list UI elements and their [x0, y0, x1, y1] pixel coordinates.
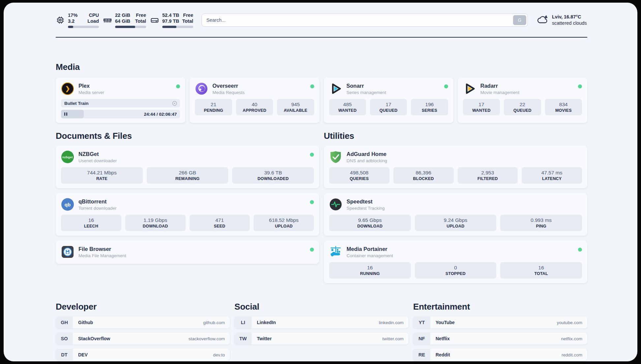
bookmark-url: stackoverflow.com [189, 336, 225, 341]
stat-tile: 196SERIES [411, 99, 448, 115]
social-column: Social LI LinkedIn linkedin.com TW Twitt… [234, 302, 409, 345]
weather-widget: Lviv, 16.87°C scattered clouds [537, 14, 587, 26]
bookmark-abbr: RE [413, 349, 430, 361]
cpu-progress-bar [68, 26, 99, 28]
bookmark-twitter[interactable]: TW Twitter twitter.com [234, 333, 409, 345]
app-subtitle: Usenet downloader [78, 158, 306, 164]
nzbget-icon: nzbget [61, 150, 74, 164]
stat-tile: 16TOTAL [500, 262, 582, 279]
app-card-sonarr[interactable]: Sonarr Series management 485WANTED 17QUE… [324, 77, 453, 123]
app-title: Plex [78, 82, 172, 89]
stat-tile: 9.24 GbpsUPLOAD [415, 215, 497, 231]
stat-tile: 39.6 TBDOWNLOADED [232, 167, 314, 184]
adguard-icon [329, 150, 342, 164]
top-bar: 17% 3.2 CPU Load [56, 11, 587, 30]
bookmark-stackoverflow[interactable]: SO StackOverflow stackoverflow.com [56, 333, 230, 345]
disk-widget: 52.4 TB 97.9 TB Free Total [150, 12, 193, 28]
status-dot [176, 84, 180, 88]
disk-free-label: Free [182, 12, 193, 18]
stat-tile: 16LEECH [61, 215, 121, 231]
bookmark-name: YouTube [436, 320, 455, 325]
stat-tile: 0STOPPED [415, 262, 497, 279]
memory-free-label: Free [135, 12, 146, 18]
bookmark-url: reddit.com [562, 352, 582, 357]
status-dot [310, 153, 314, 157]
stat-tile: 834MOVIES [545, 99, 582, 115]
bookmark-name: StackOverflow [78, 336, 110, 341]
header-divider [56, 37, 587, 38]
now-playing-bar: Bullet Train [61, 99, 180, 107]
app-subtitle: Container management [347, 253, 574, 258]
playback-progress-bar[interactable]: 24:44 / 02:06:47 [61, 110, 180, 118]
hard-drive-icon [150, 15, 159, 25]
bookmark-abbr: DT [56, 349, 73, 361]
bookmark-url: github.com [203, 320, 225, 325]
search-engine-button[interactable]: G [513, 15, 526, 25]
bookmark-linkedin[interactable]: LI LinkedIn linkedin.com [234, 317, 409, 328]
bookmark-url: dev.to [213, 352, 225, 357]
qbittorrent-icon: qb [61, 198, 74, 211]
app-title: Radarr [480, 82, 574, 89]
stat-tile: 47.57 msLATENCY [522, 167, 582, 184]
bookmark-name: DEV [78, 352, 88, 357]
app-subtitle: Media server [78, 90, 172, 95]
bookmark-github[interactable]: GH Github github.com [56, 317, 230, 328]
stat-tile: 485WANTED [329, 99, 366, 115]
app-subtitle: Series management [347, 90, 440, 95]
bookmark-url: youtube.com [557, 320, 582, 325]
app-subtitle: DNS and adblocking [347, 158, 582, 164]
plex-icon: ❯ [61, 82, 74, 95]
bookmark-name: Reddit [436, 352, 450, 357]
stat-tile: 17QUEUED [370, 99, 407, 115]
bookmark-abbr: SO [56, 333, 73, 345]
disk-progress-fill [162, 26, 176, 28]
cpu-load-value: 3.2 [68, 18, 77, 24]
stat-tile: 9.65 GbpsDOWNLOAD [329, 215, 411, 231]
bookmark-youtube[interactable]: YT YouTube youtube.com [413, 317, 587, 328]
search-input[interactable] [201, 14, 528, 27]
bookmark-reddit[interactable]: RE Reddit reddit.com [413, 349, 587, 361]
bookmark-netflix[interactable]: NF Netflix netflix.com [413, 333, 587, 345]
section-title-utilities: Utilities [324, 131, 587, 141]
memory-total-label: Total [135, 18, 146, 24]
sonarr-icon [329, 82, 342, 95]
app-title: Sonarr [347, 82, 440, 89]
app-title: Speedtest [347, 198, 582, 205]
app-card-filebrowser[interactable]: File Browser Media File Management [56, 241, 319, 264]
playback-time: 24:44 / 02:06:47 [144, 112, 177, 117]
app-card-nzbget[interactable]: nzbget NZBGet Usenet downloader 744.21 M… [56, 146, 319, 188]
stat-tile: 2,953FILTERED [458, 167, 518, 184]
stat-tile: 266 GBREMAINING [147, 167, 229, 184]
pause-icon[interactable] [64, 112, 67, 116]
stat-tile: 22QUEUED [504, 99, 541, 115]
cpu-progress-fill [68, 26, 73, 28]
app-subtitle: Movie management [480, 90, 574, 95]
bookmark-abbr: YT [413, 317, 430, 328]
status-dot [444, 84, 448, 88]
app-card-overseerr[interactable]: Overseerr Media Requests 21PENDING 40APP… [190, 77, 319, 123]
cloud-moon-icon [537, 15, 549, 26]
bookmark-name: Github [78, 320, 93, 325]
app-card-adguard[interactable]: AdGuard Home DNS and adblocking 498,508Q… [324, 146, 587, 188]
radarr-icon [463, 82, 476, 95]
app-card-plex[interactable]: ❯ Plex Media server Bullet Train [56, 77, 185, 123]
bookmark-url: linkedin.com [379, 320, 404, 325]
portainer-icon [329, 245, 342, 258]
dashboard-panel: 17% 3.2 CPU Load [4, 3, 637, 361]
memory-total-value: 64 GiB [115, 18, 130, 24]
disk-total-value: 97.9 TB [162, 18, 179, 24]
developer-column: Developer GH Github github.com SO StackO… [56, 302, 230, 361]
stat-tile: 744.21 MbpsRATE [61, 167, 143, 184]
bookmark-dev[interactable]: DT DEV dev.to [56, 349, 230, 361]
stat-tile: 40APPROVED [236, 99, 273, 115]
status-dot [578, 248, 582, 252]
bookmark-abbr: LI [234, 317, 252, 328]
app-card-speedtest[interactable]: Speedtest Speedtest Tracking 9.65 GbpsDO… [324, 193, 587, 236]
session-detail-button[interactable] [172, 101, 177, 106]
app-title: File Browser [78, 246, 306, 253]
app-card-portainer[interactable]: Media Portainer Container management 16R… [324, 241, 587, 283]
app-card-radarr[interactable]: Radarr Movie management 17WANTED 22QUEUE… [458, 77, 587, 123]
bookmark-abbr: GH [56, 317, 73, 328]
app-card-qbittorrent[interactable]: qb qBittorrent Torrent downloader 16LEEC… [56, 193, 319, 236]
status-dot [310, 248, 314, 252]
